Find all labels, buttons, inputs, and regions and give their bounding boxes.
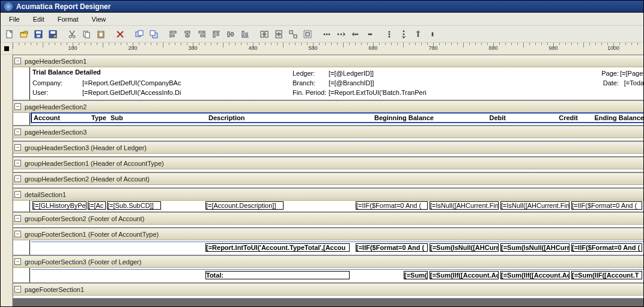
company-label[interactable]: Company: (32, 79, 80, 87)
paste-button[interactable] (94, 28, 108, 41)
section-page-header-2[interactable]: − pageHeaderSection2 Account Type Sub De… (13, 100, 643, 126)
collapse-icon[interactable]: − (14, 160, 21, 166)
section-header[interactable]: − groupFooterSection3 (Footer of Ledger) (13, 256, 643, 268)
collapse-icon[interactable]: − (14, 58, 21, 64)
gf3-beg[interactable]: [=Sum( (404, 271, 428, 279)
collapse-icon[interactable]: − (14, 215, 21, 222)
select-all-corner[interactable] (1, 43, 13, 55)
menu-format[interactable]: Format (52, 14, 85, 24)
vspace-dec-button[interactable] (412, 28, 425, 41)
section-body[interactable]: [=[GLHistoryByPe [=[Ac [=[Sub.SubCD]] [=… (13, 201, 643, 211)
col-account[interactable]: Account (34, 114, 88, 121)
detail-type[interactable]: [=[Ac (88, 201, 106, 210)
gf1-beg[interactable]: [=IIF($Format=0 And ( (356, 243, 428, 252)
branch-value[interactable]: [=[@BranchID]] (329, 79, 431, 87)
detail-sub[interactable]: [=[Sub.SubCD]] (107, 201, 161, 210)
detail-debit[interactable]: [=IsNull([AHCurrent.Fin (430, 201, 499, 210)
section-body[interactable]: Account Type Sub Description Beginning B… (13, 113, 643, 125)
align-left-button[interactable] (166, 28, 180, 41)
section-header[interactable]: − pageHeaderSection2 (13, 101, 643, 113)
section-body[interactable]: Total: [=Sum( [=Sum(IIf([Account.Ac [=Su… (13, 268, 643, 282)
delete-button[interactable] (114, 28, 127, 41)
section-header[interactable]: − groupHeaderSection2 (Header of Account… (13, 173, 643, 185)
gf1-debit[interactable]: [=Sum(IsNull([AHCurr (430, 243, 499, 252)
report-title[interactable]: Trial Balance Detailed (32, 68, 189, 76)
company-value[interactable]: [=Report.GetDefUI('CompanyBAc (82, 79, 190, 87)
collapse-icon[interactable]: − (14, 144, 21, 151)
gf3-total[interactable]: Total: (205, 271, 350, 279)
section-header[interactable]: − groupHeaderSection1 (Header of Account… (13, 157, 643, 169)
menu-file[interactable]: File (3, 14, 26, 24)
section-body[interactable] (13, 225, 643, 227)
section-page-header-1[interactable]: − pageHeaderSection1 Trial Balance Detai… (13, 55, 643, 100)
vspace-remove-button[interactable] (426, 28, 439, 41)
collapse-icon[interactable]: − (14, 191, 21, 198)
menu-view[interactable]: View (86, 14, 112, 24)
section-body[interactable] (13, 185, 643, 187)
gf3-debit[interactable]: [=Sum(IIf([Account.Ac (430, 271, 499, 279)
col-beg[interactable]: Beginning Balance (368, 114, 434, 121)
section-header[interactable]: − pageHeaderSection3 (13, 126, 643, 138)
collapse-icon[interactable]: − (14, 103, 21, 110)
hspace-remove-button[interactable] (363, 28, 377, 41)
col-debit[interactable]: Debit (476, 114, 506, 121)
align-bottom-button[interactable] (238, 28, 252, 41)
save-as-button[interactable] (46, 28, 59, 41)
user-value[interactable]: [=Report.GetDefUI('AccessInfo.Di (82, 89, 190, 96)
align-top-button[interactable] (210, 28, 223, 41)
collapse-icon[interactable]: − (14, 286, 21, 293)
align-right-button[interactable] (195, 28, 208, 41)
date-value[interactable]: [=Today()] (620, 79, 643, 87)
col-end[interactable]: Ending Balance (587, 114, 643, 121)
send-back-button[interactable] (147, 28, 160, 41)
menu-edit[interactable]: Edit (27, 14, 50, 24)
gf1-end[interactable]: [=IIF($Format=0 And ( (571, 243, 642, 252)
copy-button[interactable] (80, 28, 93, 41)
align-center-h-button[interactable] (181, 28, 194, 41)
design-canvas[interactable]: − pageHeaderSection1 Trial Balance Detai… (13, 55, 643, 306)
detail-credit[interactable]: [=IsNull([AHCurrent.Fin (500, 201, 570, 210)
section-group-footer-2[interactable]: − groupFooterSection2 (Footer of Account… (13, 212, 643, 228)
section-header[interactable]: − detailSection1 (13, 189, 643, 201)
hspace-dec-button[interactable] (349, 28, 362, 41)
section-body[interactable] (13, 154, 643, 156)
section-body[interactable] (13, 138, 643, 141)
section-header[interactable]: − pageFooterSection1 (13, 284, 643, 296)
detail-acct[interactable]: [=[GLHistoryByPe (32, 201, 87, 210)
col-sub[interactable]: Sub (111, 114, 141, 121)
gf1-credit[interactable]: [=Sum(IsNull([AHCurr (500, 243, 570, 252)
collapse-icon[interactable]: − (14, 231, 21, 237)
collapse-icon[interactable]: − (14, 175, 21, 182)
section-group-header-2[interactable]: − groupHeaderSection2 (Header of Account… (13, 172, 643, 188)
section-group-header-1[interactable]: − groupHeaderSection1 (Header of Account… (13, 157, 643, 172)
gf3-credit[interactable]: [=Sum(IIf([Account.Ac (500, 271, 570, 279)
col-desc[interactable]: Description (208, 114, 281, 121)
section-header[interactable]: − groupFooterSection2 (Footer of Account… (13, 213, 643, 225)
section-group-footer-3[interactable]: − groupFooterSection3 (Footer of Ledger)… (13, 255, 643, 283)
bring-front-button[interactable] (133, 28, 146, 41)
section-header[interactable]: − groupFooterSection1 (Footer of Account… (13, 228, 643, 240)
page-value[interactable]: [=[PageOf]] (620, 70, 643, 77)
user-label[interactable]: User: (32, 89, 80, 96)
size-to-grid-button[interactable] (301, 28, 314, 41)
section-group-footer-1[interactable]: − groupFooterSection1 (Footer of Account… (13, 228, 643, 255)
section-body[interactable]: [=Report.IntToUI('Account.TypeTotal',[Ac… (13, 240, 643, 255)
collapse-icon[interactable]: − (14, 129, 21, 135)
page-label[interactable]: Page: (589, 70, 619, 77)
section-page-header-3[interactable]: − pageHeaderSection3 (13, 126, 643, 141)
detail-end[interactable]: [=IIF($Format=0 And ( (571, 201, 642, 210)
section-detail[interactable]: − detailSection1 [=[GLHistoryByPe [=[Ac … (13, 188, 643, 212)
col-credit[interactable]: Credit (548, 114, 578, 121)
ruler[interactable]: 1002003004005006007008009001000 (13, 43, 643, 54)
section-header[interactable]: − groupHeaderSection3 (Header of Ledger) (13, 142, 643, 154)
collapse-icon[interactable]: − (14, 258, 21, 265)
detail-beg[interactable]: [=IIF($Format=0 And ( (356, 201, 428, 210)
vspace-equal-button[interactable] (383, 28, 396, 41)
save-button[interactable] (32, 28, 45, 41)
align-middle-button[interactable] (224, 28, 237, 41)
section-body[interactable]: Trial Balance Detailed Company: [=Report… (13, 67, 643, 100)
section-group-header-3[interactable]: − groupHeaderSection3 (Header of Ledger) (13, 141, 643, 157)
gf3-end[interactable]: [=Sum(IIF([Account.T (571, 271, 642, 279)
gf1-desc[interactable]: [=Report.IntToUI('Account.TypeTotal',[Ac… (205, 243, 350, 252)
same-size-button[interactable] (287, 28, 300, 41)
